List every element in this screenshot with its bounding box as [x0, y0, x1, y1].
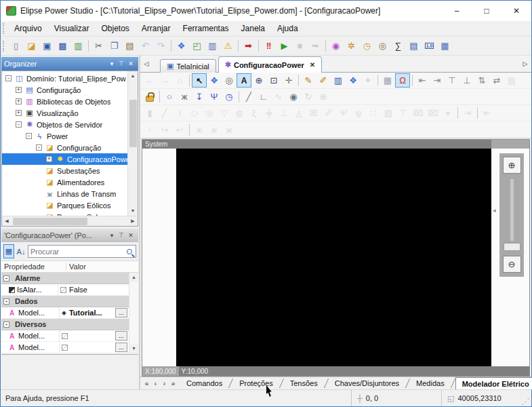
point-icon[interactable]: ● — [441, 106, 455, 120]
tower-edit-icon[interactable]: ж — [207, 123, 222, 137]
tree-item[interactable]: + ✹ ConfiguracaoPower — [2, 153, 127, 165]
tree-item[interactable]: ◪ Alimentadores — [2, 176, 127, 188]
inverter-icon[interactable]: ▧ — [381, 106, 396, 120]
frames-icon[interactable]: ▥ — [331, 73, 346, 88]
run-application-icon[interactable]: ▶ — [277, 38, 292, 54]
zoom-slider-track[interactable] — [510, 179, 514, 241]
dc-line-icon[interactable]: DC — [411, 106, 426, 120]
tree-item[interactable]: ◪ Parques Solares — [2, 211, 127, 216]
domain-options-icon[interactable]: ◉ — [328, 38, 344, 54]
property-row[interactable]: IsAlar... False — [1, 284, 129, 296]
ellipsis-button[interactable]: ... — [115, 343, 127, 352]
sheet-nav-icon[interactable]: › — [160, 380, 169, 387]
column-value[interactable]: Valor — [66, 263, 138, 271]
back-icon[interactable]: ← — [142, 73, 157, 88]
zoom-panel-collapse-icon[interactable]: ◂ — [493, 207, 496, 214]
run-screen-icon[interactable]: ➥ — [308, 38, 323, 54]
search-objects-icon[interactable]: ◎ — [375, 38, 390, 54]
lock-icon[interactable] — [142, 90, 157, 104]
load-arrow-icon[interactable]: ▽ — [217, 106, 232, 120]
properties-header[interactable]: 'ConfiguracaoPower' (Po... ▾ ⊤ ✕ — [1, 229, 138, 242]
close-button[interactable]: ✕ — [502, 1, 531, 21]
margin-out-icon[interactable]: ⇤ — [480, 106, 495, 120]
new-screen-icon[interactable]: ❖ — [346, 73, 361, 88]
fuse-icon[interactable]: ≀ — [172, 106, 187, 120]
property-group-row[interactable]: - Dados — [1, 296, 129, 307]
watch-window-icon[interactable]: ◎ — [222, 73, 237, 88]
center-vertical-icon[interactable]: ⇅ — [474, 73, 489, 88]
text-tool-icon[interactable]: A — [237, 73, 251, 88]
capacitor-icon[interactable]: ╪ — [262, 106, 277, 120]
edit-tool-icon[interactable]: ✎ — [301, 73, 316, 88]
property-row[interactable]: A Model... ... — [1, 330, 129, 342]
sheet-tab[interactable]: Tensões — [284, 379, 324, 388]
bus-icon[interactable]: ○ — [162, 90, 177, 104]
size-to-grid-icon[interactable]: ▦ — [504, 73, 519, 88]
step-line-tool-icon[interactable]: ∟ — [256, 90, 271, 104]
critical-alarms-icon[interactable]: ‼ — [261, 38, 277, 54]
column-property[interactable]: Propriedade — [1, 263, 66, 271]
sheet-tab[interactable]: Comandos — [180, 379, 228, 388]
switch-icon[interactable]: ╱ — [157, 106, 172, 120]
snap-icon[interactable]: Ω — [395, 73, 410, 88]
tree-item[interactable]: ◪ Parques Eólicos — [2, 199, 127, 211]
tree-item[interactable]: ◪ Subestações — [2, 165, 127, 176]
menu-item[interactable]: Objetos — [96, 22, 136, 36]
wind-turbine-icon[interactable]: Ψ — [336, 106, 351, 120]
zoom-in-button[interactable]: ⊕ — [503, 157, 521, 174]
tree-expander[interactable]: + — [16, 87, 22, 93]
zoom-tool-icon[interactable]: ⊕ — [251, 73, 266, 88]
toolbar-drag-handle[interactable] — [3, 41, 6, 52]
scroll-down-icon[interactable]: ▼ — [129, 344, 138, 353]
sheet-nav-icon[interactable]: ‹ — [151, 380, 160, 387]
scroll-down-icon[interactable]: ▼ — [128, 206, 138, 216]
busbar-icon[interactable]: ⊤ — [396, 106, 411, 120]
small-generator-icon[interactable]: ψ — [351, 106, 366, 120]
generator-icon[interactable]: ◇ — [187, 106, 202, 120]
organizer-menu-icon[interactable]: ▾ — [107, 58, 117, 70]
ground-icon[interactable]: ⊥ — [277, 106, 291, 120]
zoom-out-button[interactable]: ⊖ — [503, 256, 521, 273]
drawing-surface[interactable] — [176, 149, 491, 366]
library-icon[interactable]: ▤ — [406, 38, 422, 54]
sheet-tab[interactable]: Medidas — [410, 379, 451, 388]
scroll-left-icon[interactable]: ◀ — [2, 216, 12, 226]
remote-domain-icon[interactable]: ▦ — [437, 38, 453, 54]
recipes-icon[interactable]: ◷ — [359, 38, 375, 54]
paste-icon[interactable]: ▤ — [122, 38, 138, 54]
categorized-view-button[interactable]: ▦ — [3, 244, 14, 258]
search-input[interactable] — [30, 248, 127, 256]
sheet-nav-icon[interactable]: » — [169, 380, 178, 387]
rotate-tool-icon[interactable]: ↻ — [301, 90, 316, 104]
resistor-icon[interactable]: R — [306, 106, 321, 120]
expressions-icon[interactable]: ∑ — [390, 38, 406, 54]
select-tool-icon[interactable]: ↖ — [192, 73, 207, 88]
meter-icon[interactable]: ◷ — [222, 90, 237, 104]
tree-expander[interactable]: + — [16, 98, 22, 104]
group-icon[interactable]: ✦ — [361, 73, 375, 88]
stop-application-icon[interactable]: ■ — [292, 38, 308, 54]
menu-item[interactable]: Janela — [235, 22, 271, 36]
tower-icon[interactable]: ж — [177, 90, 192, 104]
editor-tab[interactable]: ✱ ConfiguracaoPower ✕ — [218, 56, 323, 73]
property-search[interactable] — [28, 245, 136, 258]
open-folder-icon[interactable]: ◪ — [24, 38, 39, 54]
undo-icon[interactable]: ↶ — [138, 38, 153, 54]
breaker-icon[interactable]: ▮ — [142, 106, 157, 120]
sheet-tab[interactable]: Modelador Elétrico — [455, 377, 532, 389]
reports-icon[interactable]: ▥ — [205, 38, 220, 54]
insert-object-icon[interactable]: ✲ — [344, 38, 359, 54]
tab-close-icon[interactable]: ✕ — [310, 61, 315, 69]
polyline-tool-icon[interactable]: ∿ — [271, 90, 286, 104]
grid-icon[interactable]: ▦ — [380, 73, 395, 88]
sheet-tab[interactable]: Proteções — [233, 379, 279, 388]
center-horizontal-icon[interactable]: ⇄ — [489, 73, 504, 88]
organizer-pin-icon[interactable]: ⊤ — [117, 58, 126, 70]
scroll-up-icon[interactable]: ▲ — [128, 71, 138, 81]
properties-pin-icon[interactable]: ⊤ — [117, 229, 126, 241]
paste-model-icon[interactable]: ▫ — [142, 123, 157, 137]
edit-points-icon[interactable]: ✐ — [316, 73, 331, 88]
property-row[interactable]: A Model... ◈ Tutorial... ... — [1, 307, 129, 319]
tree-item[interactable]: + ▤ Configuração — [2, 84, 127, 96]
scroll-up-icon[interactable]: ▲ — [129, 273, 138, 282]
